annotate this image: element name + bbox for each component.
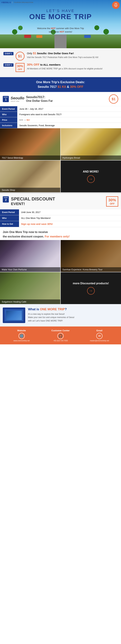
event2-how-row: How to Get Sign up now and save 30%! — [0, 221, 121, 227]
laptop-screen-inner — [6, 311, 22, 320]
event1-inclusions-label: Inclusions — [0, 123, 17, 128]
event1-period-value: June 26 ~ July 18, 2017 — [17, 106, 121, 112]
what-is-desc: It's a new way to explore the real Seoul… — [28, 312, 74, 322]
event1-title-text: Seoullo7017: One Dollar Goes Far — [26, 95, 107, 103]
event1-who-label: Who — [0, 112, 17, 117]
perfume-caption: Make Your Own Perfume — [0, 267, 60, 272]
event2-section: EVENT 2 SPECIAL DISCOUNT EVENT! 30% OFF … — [0, 192, 121, 304]
event1-period-row: Event Period June 26 ~ July 18, 2017 — [0, 106, 121, 112]
event1-price-row: Price $36 → $1! — [0, 117, 121, 123]
events-summary: EVENT 1 $1 Only $1 Seoullo: One Dollar G… — [0, 48, 121, 77]
what-is-title: What is ONE MORE TRIP? — [28, 308, 74, 311]
event1-details-table: Event Period June 26 ~ July 18, 2017 Who… — [0, 106, 121, 128]
event2-desc: All Members of ONE MORE TRIP get a 30% d… — [27, 67, 103, 70]
exclusive-deals-banner: One More Trip's Exclusive Deals: Seoullo… — [0, 77, 121, 92]
iseoul-logo: I·SEOUL·U — [2, 2, 13, 4]
footer-phone[interactable]: +82-(0)3-720-7033 — [42, 340, 79, 342]
perfume-activity[interactable]: Make Your Own Perfume — [0, 240, 60, 272]
more-activities-content: more Discounted products! → — [73, 282, 109, 294]
laptop-image — [3, 308, 25, 323]
event2-summary-row: EVENT 2 30% OFF 30% OFF to ALL members A… — [4, 63, 117, 72]
header-logos: I·SEOUL·U TOURISM ORGANIZATION — [2, 2, 33, 4]
bread-caption: Hydrangea Bread — [61, 156, 121, 160]
footer-website-title: Website — [3, 329, 40, 332]
event1-badge: EVENT 1 — [4, 52, 14, 55]
event2-who-row: Who ALL One More Trip Members! — [0, 215, 121, 221]
cafe-activity[interactable]: Solgaheon Healing Café: — [0, 272, 60, 304]
event2-period-row: Event Period Until June 30, 2017 — [0, 210, 121, 215]
event1-price-badge: $1 — [109, 94, 118, 104]
headphone-icon: 🎧 — [57, 333, 64, 339]
bibimbap-caption: 7017 Seoul Bibimbap — [0, 156, 60, 160]
event2-discount-badge: 30% OFF — [106, 196, 118, 207]
event2-how-label: How to Get — [0, 221, 19, 227]
event2-who-value: ALL One More Trip Members! — [19, 215, 121, 221]
event2-how-value: Sign up now and save 30%! — [19, 221, 121, 227]
event1-num-badge: EVENT 1 — [3, 96, 9, 102]
event2-header: EVENT 2 SPECIAL DISCOUNT EVENT! 30% OFF — [0, 193, 121, 210]
and-more-content: AND MORE! → — [83, 170, 99, 183]
event1-inclusions-value: Seoullo Souvenirs, Food, Beverage — [17, 123, 121, 128]
cafe-caption: Solgaheon Healing Café: — [0, 300, 60, 304]
event2-title: 30% OFF to ALL members — [27, 63, 103, 66]
what-is-content: What is ONE MORE TRIP? It's a new way to… — [28, 308, 74, 322]
shop-photo[interactable]: Seoullo Shop — [0, 160, 60, 192]
event1-section: EVENT 1 Seoullo SINCE 1966 Seoullo7017: … — [0, 92, 121, 192]
event1-who-row: Who Foreigners who want to visit Seoullo… — [0, 112, 121, 117]
header-title: LET'S HAVE ONE MORE TRIP — [0, 8, 121, 20]
and-more-cell[interactable]: AND MORE! → — [61, 160, 121, 192]
shop-caption: Seoullo Shop — [0, 188, 60, 192]
footer-cc-title: Customer Center — [42, 329, 79, 332]
tourism-org-logo: TOURISM ORGANIZATION — [14, 2, 33, 3]
event1-dollar-icon: $1 — [16, 52, 25, 60]
event2-title: SPECIAL DISCOUNT EVENT! — [11, 196, 106, 206]
event1-price-value: $36 → $1! — [17, 117, 121, 123]
city-illustration — [0, 21, 121, 48]
brewery-activity[interactable]: Samhae Experiece: Korea Brewery Tour — [61, 240, 121, 272]
one-more-trip-text: ONE MORE TRIP — [0, 13, 121, 20]
footer-email: Email ✉ master@onemoretrip.net — [81, 329, 118, 342]
event2-num-badge: EVENT 2 — [3, 196, 9, 202]
event2-who-label: Who — [0, 215, 19, 221]
event1-summary-row: EVENT 1 $1 Only $1 Seoullo: One Dollar G… — [4, 52, 117, 60]
bread-photo[interactable]: Hydrangea Bread — [61, 128, 121, 160]
what-is-section: What is ONE MORE TRIP? It's a new way to… — [0, 304, 121, 326]
event2-period-value: Until June 30, 2017 — [19, 210, 121, 215]
footer-email-title: Email — [81, 329, 118, 332]
activities-grid: Make Your Own Perfume Samhae Experiece: … — [0, 240, 121, 304]
email-icon: ✉ — [96, 333, 102, 339]
event2-badge: EVENT 2 — [4, 63, 14, 67]
footer: Website 🌐 www.onemoretrip.net Customer C… — [0, 326, 121, 344]
event1-desc: Visit the Seoullo 7017 Pedestrian Paths … — [27, 56, 98, 59]
event2-details-table: Event Period Until June 30, 2017 Who ALL… — [0, 210, 121, 227]
event2-content: 30% OFF to ALL members All Members of ON… — [27, 63, 103, 70]
header-subtitle: Welcome the HOT summer with One More Tri… — [0, 27, 121, 34]
laptop-screen — [5, 309, 24, 321]
more-activities[interactable]: more Discounted products! → — [61, 272, 121, 304]
footer-website-url[interactable]: www.onemoretrip.net — [3, 340, 40, 342]
footer-customer-center: Customer Center 🎧 +82-(0)3-720-7033 — [42, 329, 79, 342]
footer-columns: Website 🌐 www.onemoretrip.net Customer C… — [3, 329, 118, 342]
event1-price-label: Price — [0, 117, 17, 123]
header: I·SEOUL·U TOURISM ORGANIZATION ONE MORE … — [0, 0, 121, 48]
more-activities-arrow: → — [87, 287, 95, 294]
and-more-arrow: → — [87, 175, 95, 183]
event1-title: Only $1 Seoullo: One Dollar Goes Far! — [27, 52, 98, 55]
event2-period-label: Event Period — [0, 210, 19, 215]
event1-header: EVENT 1 Seoullo SINCE 1966 Seoullo7017: … — [0, 92, 121, 106]
footer-website: Website 🌐 www.onemoretrip.net — [3, 329, 40, 342]
bibimbap-photo[interactable]: 7017 Seoul Bibimbap — [0, 128, 60, 160]
omt-logo: ONE MORE TRIP — [112, 2, 119, 9]
event1-period-label: Event Period — [0, 106, 17, 112]
seoullo-logo: Seoullo SINCE 1966 — [11, 96, 24, 102]
event2-discount-icon: 30% OFF — [16, 63, 25, 72]
website-icon: 🌐 — [19, 333, 25, 339]
brewery-caption: Samhae Experiece: Korea Brewery Tour — [61, 267, 121, 272]
event1-inclusions-row: Inclusions Seoullo Souvenirs, Food, Beve… — [0, 123, 121, 128]
event1-who-value: Foreigners who want to visit Seoullo 701… — [17, 112, 121, 117]
footer-email-addr[interactable]: master@onemoretrip.net — [81, 340, 118, 342]
join-text: Join One More Trip now to receive the ex… — [0, 227, 121, 240]
event1-content: Only $1 Seoullo: One Dollar Goes Far! Vi… — [27, 52, 98, 59]
event1-photo-grid: 7017 Seoul Bibimbap Hydrangea Bread Seou… — [0, 128, 121, 192]
